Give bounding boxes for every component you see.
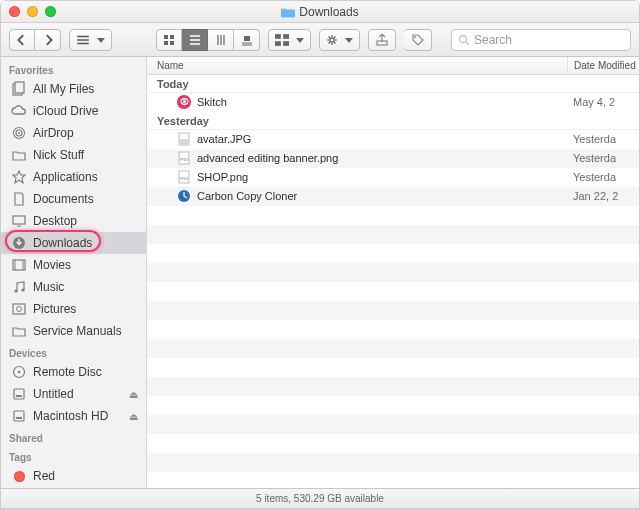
svg-rect-18 bbox=[13, 216, 25, 224]
search-field[interactable]: Search bbox=[451, 29, 631, 51]
file-name: SHOP.png bbox=[197, 171, 248, 183]
chevron-down-icon bbox=[94, 34, 105, 46]
svg-point-17 bbox=[18, 132, 20, 134]
svg-rect-14 bbox=[15, 82, 24, 93]
eject-icon[interactable]: ⏏ bbox=[129, 389, 138, 400]
window-controls bbox=[9, 6, 56, 17]
sidebar-item-red[interactable]: Red bbox=[1, 465, 146, 487]
arrange-menu[interactable] bbox=[69, 29, 112, 51]
file-name: Carbon Copy Cloner bbox=[197, 190, 297, 202]
sidebar-item-label: Service Manuals bbox=[33, 324, 140, 338]
airdrop-icon bbox=[11, 125, 27, 141]
svg-rect-1 bbox=[170, 35, 174, 39]
sidebar-item-movies[interactable]: Movies bbox=[1, 254, 146, 276]
view-icons-button[interactable] bbox=[156, 29, 182, 51]
svg-rect-7 bbox=[275, 41, 281, 46]
file-date: Yesterda bbox=[567, 152, 639, 164]
file-row[interactable]: PNGadvanced editing banner.pngYesterda bbox=[147, 149, 639, 168]
close-window-button[interactable] bbox=[9, 6, 20, 17]
sidebar-item-label: Macintosh HD bbox=[33, 409, 123, 423]
sidebar-item-label: Red bbox=[33, 469, 140, 483]
sidebar-item-nick-stuff[interactable]: Nick Stuff bbox=[1, 144, 146, 166]
svg-rect-2 bbox=[164, 41, 168, 45]
folder-icon bbox=[281, 6, 295, 18]
action-menu[interactable] bbox=[319, 29, 360, 51]
status-text: 5 items, 530.29 GB available bbox=[256, 493, 384, 504]
zoom-window-button[interactable] bbox=[45, 6, 56, 17]
minimize-window-button[interactable] bbox=[27, 6, 38, 17]
group-header: Today bbox=[147, 75, 639, 93]
svg-point-24 bbox=[17, 307, 22, 312]
sidebar-item-service-manuals[interactable]: Service Manuals bbox=[1, 320, 146, 342]
svg-text:PNG: PNG bbox=[180, 157, 189, 162]
sidebar-item-label: AirDrop bbox=[33, 126, 140, 140]
sidebar-item-label: Pictures bbox=[33, 302, 140, 316]
sidebar-item-applications[interactable]: Applications bbox=[1, 166, 146, 188]
all-my-files-icon bbox=[11, 81, 27, 97]
sidebar-section-heading: Devices bbox=[1, 342, 146, 361]
sidebar-item-airdrop[interactable]: AirDrop bbox=[1, 122, 146, 144]
applications-icon bbox=[11, 169, 27, 185]
view-list-button[interactable] bbox=[182, 29, 208, 51]
sidebar-item-label: Documents bbox=[33, 192, 140, 206]
file-row[interactable]: avatar.JPGYesterda bbox=[147, 130, 639, 149]
titlebar: Downloads bbox=[1, 1, 639, 23]
svg-rect-32 bbox=[180, 139, 188, 144]
sidebar-section-heading: Shared bbox=[1, 427, 146, 446]
column-header-date[interactable]: Date Modified bbox=[567, 57, 639, 74]
movies-icon bbox=[11, 257, 27, 273]
file-name: Skitch bbox=[197, 96, 227, 108]
sidebar-item-remote-disc[interactable]: Remote Disc bbox=[1, 361, 146, 383]
sidebar-item-icloud-drive[interactable]: iCloud Drive bbox=[1, 100, 146, 122]
svg-point-21 bbox=[14, 289, 17, 292]
tags-button[interactable] bbox=[404, 29, 432, 51]
view-coverflow-button[interactable] bbox=[234, 29, 260, 51]
tag-red-icon bbox=[11, 468, 27, 484]
list-body: Today⦿SkitchMay 4, 2Yesterdayavatar.JPGY… bbox=[147, 75, 639, 488]
documents-icon bbox=[11, 191, 27, 207]
file-row[interactable]: Carbon Copy ClonerJan 22, 2 bbox=[147, 187, 639, 206]
back-button[interactable] bbox=[9, 29, 35, 51]
file-row[interactable]: PNGSHOP.pngYesterda bbox=[147, 168, 639, 187]
svg-rect-5 bbox=[275, 34, 281, 39]
sidebar-item-label: Movies bbox=[33, 258, 140, 272]
sidebar-item-untitled[interactable]: Untitled⏏ bbox=[1, 383, 146, 405]
svg-point-11 bbox=[414, 36, 416, 38]
svg-rect-28 bbox=[16, 395, 22, 397]
file-date: Yesterda bbox=[567, 171, 639, 183]
ccc-icon bbox=[177, 189, 191, 203]
sidebar-item-downloads[interactable]: Downloads bbox=[1, 232, 146, 254]
file-date: Yesterda bbox=[567, 133, 639, 145]
column-headers: Name Date Modified bbox=[147, 57, 639, 75]
sidebar-item-label: Nick Stuff bbox=[33, 148, 140, 162]
view-columns-button[interactable] bbox=[208, 29, 234, 51]
forward-button[interactable] bbox=[35, 29, 61, 51]
sidebar-item-label: Music bbox=[33, 280, 140, 294]
sidebar-item-desktop[interactable]: Desktop bbox=[1, 210, 146, 232]
file-row[interactable]: ⦿SkitchMay 4, 2 bbox=[147, 93, 639, 112]
window-title: Downloads bbox=[299, 5, 358, 19]
svg-rect-27 bbox=[14, 389, 24, 399]
sidebar-item-label: Remote Disc bbox=[33, 365, 140, 379]
file-list: Name Date Modified Today⦿SkitchMay 4, 2Y… bbox=[147, 57, 639, 488]
sidebar-item-label: iCloud Drive bbox=[33, 104, 140, 118]
search-icon bbox=[458, 34, 470, 46]
disk-icon bbox=[11, 386, 27, 402]
search-placeholder: Search bbox=[474, 33, 512, 47]
sidebar-item-music[interactable]: Music bbox=[1, 276, 146, 298]
music-icon bbox=[11, 279, 27, 295]
sidebar-item-documents[interactable]: Documents bbox=[1, 188, 146, 210]
pictures-icon bbox=[11, 301, 27, 317]
png-icon: PNG bbox=[177, 151, 191, 165]
group-menu[interactable] bbox=[268, 29, 311, 51]
sidebar-item-pictures[interactable]: Pictures bbox=[1, 298, 146, 320]
desktop-icon bbox=[11, 213, 27, 229]
share-button[interactable] bbox=[368, 29, 396, 51]
svg-rect-6 bbox=[283, 34, 289, 39]
sidebar-item-all-my-files[interactable]: All My Files bbox=[1, 78, 146, 100]
column-header-name[interactable]: Name bbox=[147, 57, 567, 74]
eject-icon[interactable]: ⏏ bbox=[129, 411, 138, 422]
sidebar-item-macintosh-hd[interactable]: Macintosh HD⏏ bbox=[1, 405, 146, 427]
sidebar-item-label: Applications bbox=[33, 170, 140, 184]
view-switcher bbox=[156, 29, 260, 51]
